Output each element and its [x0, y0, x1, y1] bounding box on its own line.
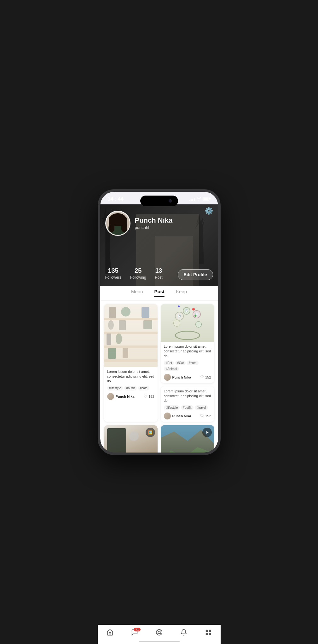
followers-count: 135	[105, 267, 121, 274]
author-avatar-travel	[164, 413, 171, 419]
following-label: Following	[130, 275, 146, 280]
content-area: Menu Post Keep	[100, 283, 218, 453]
tag-cat[interactable]: #Cat	[175, 361, 186, 365]
tab-post[interactable]: Post	[154, 289, 165, 297]
author-name-clocks: Punch Nika	[172, 375, 191, 379]
battery-icon	[203, 197, 211, 202]
following-stat[interactable]: 25 Following	[130, 267, 146, 280]
author-name-shelf: Punch Nika	[116, 395, 135, 398]
post-author-travel: Punch Nika	[164, 413, 191, 419]
author-name-travel: Punch Nika	[172, 414, 191, 418]
tag-pet[interactable]: #Pet	[164, 361, 174, 365]
following-count: 25	[130, 267, 146, 274]
signal-bars-icon	[189, 197, 195, 201]
post-description-shelf: Lorem ipsum dolor sit amet, consectetur …	[107, 369, 154, 384]
settings-icon[interactable]: ⚙️	[205, 207, 213, 215]
likes-count-travel: 152	[205, 414, 211, 418]
followers-stat[interactable]: 135 Followers	[105, 267, 121, 280]
post-author-clocks: Punch Nika	[164, 374, 191, 381]
profile-name-section: Punch Nika punchhh	[135, 216, 173, 230]
heart-icon-shelf: ♡	[143, 394, 147, 399]
svg-rect-2	[210, 198, 211, 199]
tag-outfit[interactable]: #outfit	[124, 386, 136, 390]
likes-count-shelf: 152	[148, 395, 154, 398]
post-card-travel[interactable]: Lorem ipsum dolor sit amet, consectetur …	[161, 386, 214, 422]
post-body-clocks: Lorem ipsum dolor sit amet, consectetur …	[161, 342, 214, 383]
post-likes-travel[interactable]: ♡ 152	[200, 413, 211, 418]
profile-name: Punch Nika	[135, 216, 173, 225]
tag-lifestyle2[interactable]: #lifestyle	[164, 405, 180, 410]
posts-stat[interactable]: 13 Post	[155, 267, 163, 280]
right-column: 🕐 🕒 🕕	[161, 304, 214, 422]
tag-outfit2[interactable]: #outfit	[181, 405, 193, 410]
tag-cute[interactable]: #cute	[187, 361, 198, 365]
profile-stats: 135 Followers 25 Following 13 Post	[105, 267, 163, 280]
tag-travel[interactable]: #travel	[195, 405, 208, 410]
edit-profile-button[interactable]: Edit Profile	[178, 269, 213, 280]
posts-grid: Lorem ipsum dolor sit amet, consectetur …	[100, 301, 218, 453]
followers-label: Followers	[105, 275, 121, 280]
wifi-icon	[196, 197, 201, 202]
heart-icon-travel: ♡	[200, 413, 204, 418]
author-avatar-shelf	[107, 393, 114, 400]
posts-label: Post	[155, 275, 163, 280]
post-image-mountain	[161, 425, 214, 453]
post-tags-clocks: #Pet #Cat #cute #Animal	[164, 361, 211, 371]
post-footer-shelf: Punch Nika ♡ 152	[107, 393, 154, 400]
tag-lifestyle[interactable]: #lifestyle	[107, 386, 123, 390]
profile-username: punchhh	[135, 225, 173, 230]
posts-count: 13	[155, 267, 163, 274]
post-body-travel: Lorem ipsum dolor sit amet, consectetur …	[161, 386, 214, 422]
svg-rect-1	[203, 197, 208, 200]
dynamic-island	[140, 196, 178, 206]
tag-cafe[interactable]: #cafe	[138, 386, 149, 390]
post-author-shelf: Punch Nika	[107, 393, 135, 400]
post-footer-clocks: Punch Nika ♡ 152	[164, 374, 211, 381]
author-avatar-clocks	[164, 374, 171, 381]
post-description-travel: Lorem ipsum dolor sit amet, consectetur …	[164, 389, 211, 403]
post-card-clocks[interactable]: 🕐 🕒 🕕	[161, 304, 214, 383]
desk-overlay-icon: 🖼️	[146, 428, 155, 437]
status-time: 14 : 44	[108, 196, 124, 202]
camera-dot	[169, 199, 172, 202]
post-image-shelf	[104, 304, 158, 367]
tab-keep[interactable]: Keep	[176, 289, 187, 297]
profile-info: Punch Nika punchhh	[105, 211, 173, 236]
status-icons	[189, 197, 211, 202]
heart-icon-clocks: ♡	[200, 375, 204, 379]
mountain-overlay-icon	[202, 428, 212, 437]
svg-marker-6	[206, 431, 209, 434]
post-description-clocks: Lorem ipsum dolor sit amet, consectetur …	[164, 344, 211, 359]
post-card-shelf[interactable]: Lorem ipsum dolor sit amet, consectetur …	[104, 304, 158, 422]
post-image-clocks: 🕐 🕒 🕕	[161, 304, 214, 342]
post-image-desk: 🖼️	[104, 425, 158, 453]
post-tags-shelf: #lifestyle #outfit #cafe	[107, 386, 154, 390]
post-footer-travel: Punch Nika ♡ 152	[164, 413, 211, 419]
likes-count-clocks: 152	[205, 375, 211, 379]
post-card-mountain[interactable]	[161, 425, 214, 453]
post-card-desk[interactable]: 🖼️	[104, 425, 158, 453]
post-likes-shelf[interactable]: ♡ 152	[143, 394, 154, 399]
tag-animal[interactable]: #Animal	[164, 367, 179, 371]
post-body-shelf: Lorem ipsum dolor sit amet, consectetur …	[104, 367, 158, 402]
avatar[interactable]	[105, 211, 130, 236]
post-likes-clocks[interactable]: ♡ 152	[200, 375, 211, 379]
tab-menu[interactable]: Menu	[131, 289, 143, 297]
post-tags-travel: #lifestyle #outfit #travel	[164, 405, 211, 410]
profile-header: ⚙️	[100, 204, 218, 286]
